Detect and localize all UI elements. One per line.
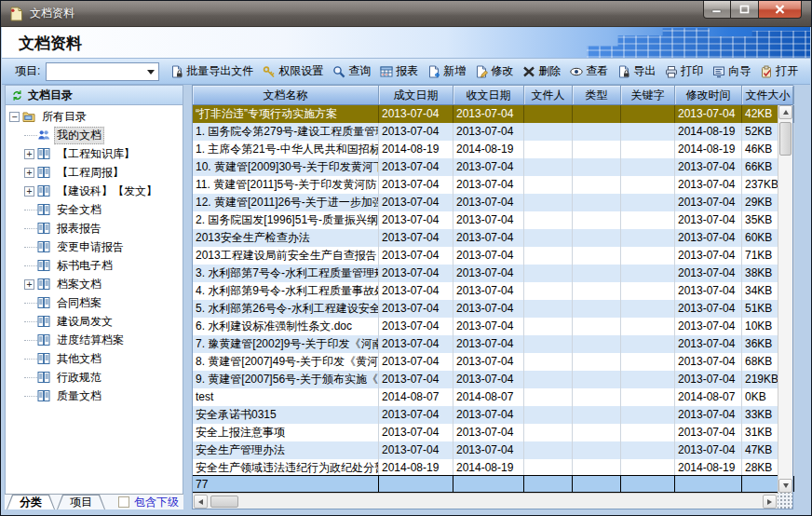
table-row[interactable]: 9. 黄建管[2007]56号-关于颁布实施《2013-07-042013-07… [193, 371, 792, 388]
table-row[interactable]: “打非治违”专项行动实施方案2013-07-042013-07-042013-0… [193, 105, 792, 123]
refresh-icon[interactable] [11, 89, 23, 102]
print-button[interactable]: 打印 [665, 63, 703, 79]
table-row[interactable]: 5. 水利部第26号令-水利工程建设安全2013-07-042013-07-04… [193, 300, 792, 318]
report-button[interactable]: 报表 [380, 63, 418, 79]
vertical-scrollbar[interactable] [778, 105, 792, 493]
column-header[interactable]: 文件人 [524, 86, 573, 104]
tree-item[interactable]: −所有目录 [6, 107, 183, 126]
tree-item[interactable]: 其他文档 [6, 349, 183, 368]
horizontal-scrollbar[interactable] [193, 493, 778, 509]
tree-item[interactable]: 建设局发文 [6, 312, 183, 331]
expand-icon[interactable]: + [24, 186, 34, 197]
expand-icon[interactable]: + [24, 168, 34, 178]
include-sublevel-checkbox[interactable] [118, 496, 129, 508]
tree-item[interactable]: +【建设科】【发文】 [6, 182, 183, 200]
horizontal-scroll-thumb[interactable] [210, 496, 238, 508]
column-header[interactable]: 类型 [573, 86, 621, 104]
modify-button[interactable]: 修改 [475, 63, 513, 79]
table-cell [621, 335, 675, 353]
resize-grip[interactable] [778, 493, 792, 509]
table-cell [524, 105, 573, 123]
table-row[interactable]: 12. 黄建管[2011]26号-关于进一步加强2013-07-042013-0… [193, 194, 792, 211]
table-cell: 2014-08-07 [379, 388, 453, 406]
column-header[interactable]: 收文日期 [453, 86, 524, 104]
tree-item[interactable]: 报表报告 [6, 219, 183, 238]
table-row[interactable]: 3. 水利部第7号令-水利工程质量管理规2013-07-042013-07-04… [193, 265, 792, 282]
scroll-right-button[interactable] [763, 495, 777, 509]
tree-panel-title: 文档目录 [28, 88, 73, 103]
table-row[interactable]: 安全上报注意事项2013-07-042013-07-042013-07-0431… [193, 424, 792, 441]
table-row[interactable]: 安全承诺书03152013-07-042013-07-042013-07-043… [193, 406, 792, 424]
table-cell: 2013-07-04 [453, 441, 524, 459]
table-row[interactable]: test2014-08-072014-08-072014-08-070KB [193, 388, 792, 406]
tree-item-label: 我的文档 [54, 127, 104, 144]
minimize-button[interactable] [703, 1, 731, 19]
table-row[interactable]: 4. 水利部第9号令-水利工程质量事故处2013-07-042013-07-04… [193, 282, 792, 300]
titlebar[interactable]: 文档资料 [1, 1, 811, 27]
project-select[interactable] [46, 62, 159, 81]
tree-item[interactable]: 变更申请报告 [6, 238, 183, 256]
table-row[interactable]: 10. 黄建管[2009]30号-关于印发黄河下2013-07-042013-0… [193, 158, 792, 176]
table-row[interactable]: 安全生产管理办法2013-07-042013-07-042013-07-0447… [193, 441, 792, 459]
table-row[interactable]: 2013工程建设局前安全生产自查报告2013-07-042013-07-0420… [193, 247, 792, 265]
table-cell: 安全承诺书0315 [193, 406, 379, 424]
tree-item[interactable]: 标书电子档 [6, 256, 183, 275]
column-header[interactable]: 修改时间 [675, 86, 742, 104]
book-icon [37, 259, 50, 272]
footer-cell [573, 476, 621, 492]
expand-icon[interactable]: + [24, 279, 34, 290]
table-row[interactable]: 7. 豫黄建管[2002]9号-关于印发《河南2013-07-042013-07… [193, 335, 792, 353]
export-button[interactable]: 导出 [617, 63, 656, 79]
scroll-down-button[interactable] [778, 479, 792, 493]
tree-item[interactable]: 质量文档 [6, 387, 183, 405]
print-icon [665, 65, 678, 78]
tree-item[interactable]: +【工程周报】 [6, 163, 183, 182]
window-title: 文档资料 [30, 6, 74, 21]
maximize-button[interactable] [731, 1, 759, 19]
table-cell: 2013-07-04 [379, 194, 453, 211]
tree-item[interactable]: 合同档案 [6, 293, 183, 312]
permission-settings-button[interactable]: 权限设置 [263, 63, 323, 79]
table-cell: 2013-07-04 [675, 176, 742, 194]
tree-item[interactable]: +档案文档 [6, 275, 183, 293]
query-button[interactable]: 查询 [332, 63, 371, 79]
toolbar-button-label: 向导 [728, 63, 751, 79]
tree-item[interactable]: 安全文档 [6, 200, 183, 219]
column-header[interactable]: 文档名称 [193, 86, 379, 104]
open-button[interactable]: 打开 [760, 63, 798, 79]
table-row[interactable]: 6. 水利建设标准强制性条文.doc2013-07-042013-07-0420… [193, 318, 792, 335]
tree-item-label: 档案文档 [54, 276, 104, 293]
wizard-button[interactable]: 向导 [712, 63, 751, 79]
panel-splitter[interactable] [183, 85, 192, 509]
tree-item[interactable]: 我的文档 [6, 126, 183, 144]
close-button[interactable] [759, 1, 802, 19]
tree-item[interactable]: 行政规范 [6, 368, 183, 387]
table-row[interactable]: 1. 主席令第21号-中华人民共和国招标2014-08-192014-08-19… [193, 141, 792, 158]
table-row[interactable]: 1. 国务院令第279号-建设工程质量管理2013-07-042013-07-0… [193, 123, 792, 141]
column-header[interactable]: 关键字 [621, 86, 675, 104]
batch-export-files-button[interactable]: 批量导出文件 [170, 63, 253, 79]
table-cell [524, 194, 573, 211]
column-header[interactable]: 成文日期 [379, 86, 453, 104]
book-icon [37, 166, 50, 179]
scroll-left-button[interactable] [194, 495, 208, 509]
table-cell [621, 300, 675, 318]
book-icon [37, 371, 50, 384]
scroll-up-button[interactable] [778, 105, 792, 119]
table-row[interactable]: 2. 国务院国发[1996]51号-质量振兴纲2013-07-042013-07… [193, 211, 792, 229]
expand-icon[interactable]: + [24, 149, 34, 159]
collapse-icon[interactable]: − [9, 112, 20, 122]
tree-item[interactable]: 进度结算档案 [6, 331, 183, 349]
view-button[interactable]: 查看 [570, 63, 608, 79]
tree-item[interactable]: +【工程知识库】 [6, 144, 183, 163]
tab-分类[interactable]: 分类 [7, 495, 55, 509]
table-row[interactable]: 8. 黄建管[2007]49号-关于印发《黄河2013-07-042013-07… [193, 353, 792, 371]
add-button[interactable]: 新增 [427, 63, 466, 79]
tab-项目[interactable]: 项目 [57, 495, 105, 509]
table-header-row[interactable]: 文档名称成文日期收文日期文件人类型关键字修改时间文件大小 [193, 86, 792, 105]
vertical-scroll-thumb[interactable] [779, 122, 792, 156]
delete-button[interactable]: 删除 [522, 63, 561, 79]
table-row[interactable]: 11. 黄建管[2011]5号-关于印发黄河防2013-07-042013-07… [193, 176, 792, 194]
column-header[interactable]: 文件大小 [742, 86, 794, 104]
table-row[interactable]: 2013安全生产检查办法2013-07-042013-07-042013-07-… [193, 229, 792, 247]
